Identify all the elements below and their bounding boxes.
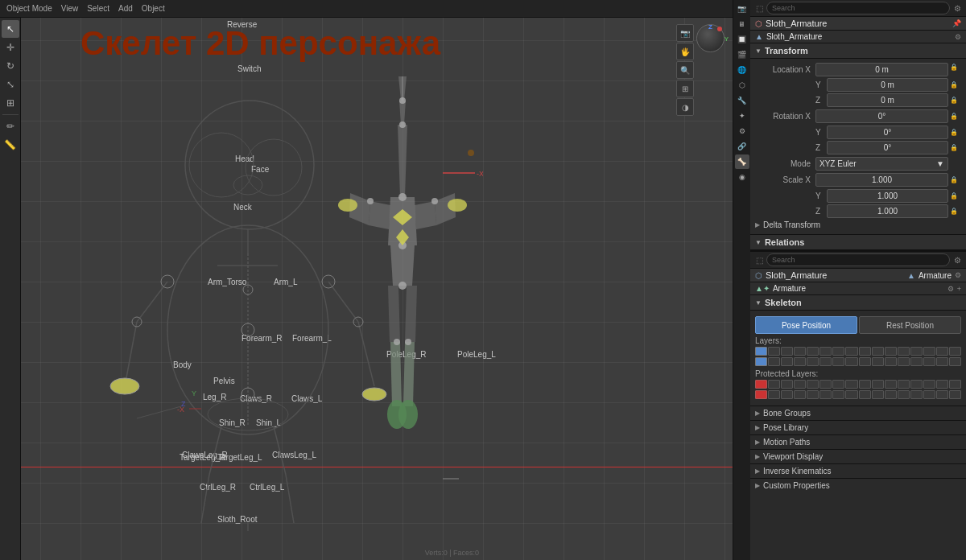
layer-cell-15[interactable] [936, 347, 948, 356]
location-z-value[interactable]: 0 m [827, 93, 948, 107]
physics-icon[interactable]: ⚙ [735, 124, 749, 138]
measure-tool-icon[interactable]: 📏 [2, 136, 19, 154]
viewport-object-menu[interactable]: Object [138, 4, 168, 13]
prot-layer-11[interactable] [885, 380, 897, 389]
prot-layer-8[interactable] [845, 380, 857, 389]
inverse-kinematics-item[interactable]: ▶ Inverse Kinematics [750, 463, 966, 478]
transform-tool-icon[interactable]: ⊞ [2, 94, 19, 112]
viewport-add-menu[interactable]: Add [115, 4, 136, 13]
pin-icon[interactable]: 📌 [952, 19, 961, 27]
layer-cell-r2-16[interactable] [949, 357, 961, 366]
delta-transform-row[interactable]: ▶ Delta Transform [755, 220, 961, 229]
layer-cell-10[interactable] [872, 347, 884, 356]
mode-dropdown[interactable]: XYZ Euler ▼ [815, 157, 948, 171]
nav-gizmo[interactable]: Z Y [696, 24, 724, 52]
layer-cell-r2-12[interactable] [898, 357, 910, 366]
prot-layer-12[interactable] [898, 380, 910, 389]
viewport[interactable]: Скелет 2D персонажа Object Mode View Sel… [0, 0, 733, 560]
layer-cell-r2-4[interactable] [794, 357, 806, 366]
settings-icon[interactable]: ⚙ [952, 2, 963, 14]
scale-x-value[interactable]: 1.000 [815, 173, 948, 187]
object-data-icon[interactable]: 🦴 [735, 154, 749, 169]
prot-layer-6[interactable] [819, 380, 832, 389]
settings-icon-2[interactable]: ⚙ [952, 254, 963, 266]
location-y-value[interactable]: 0 m [827, 78, 948, 92]
layer-cell-5[interactable] [807, 347, 819, 356]
prot-layer-7[interactable] [832, 380, 844, 389]
object-props-icon[interactable]: ⬡ [735, 78, 749, 93]
layer-cell-2[interactable] [768, 347, 780, 356]
shading-icon[interactable]: ◑ [676, 98, 694, 116]
hand-icon[interactable]: 🖐 [676, 43, 694, 60]
rotation-z-value[interactable]: 0° [827, 141, 948, 154]
prot-layer-10[interactable] [872, 380, 884, 389]
motion-paths-item[interactable]: ▶ Motion Paths [750, 434, 966, 449]
layer-cell-3[interactable] [781, 347, 793, 356]
scale-z-value[interactable]: 1.000 [827, 204, 948, 218]
layer-cell-16[interactable] [949, 347, 961, 356]
location-x-value[interactable]: 0 m [815, 63, 948, 76]
layer-cell-1-active[interactable] [755, 347, 767, 356]
prot-layer-14[interactable] [923, 380, 935, 389]
skeleton-section-header[interactable]: ▼ Skeleton [750, 295, 966, 311]
zoom-icon[interactable]: 🔍 [676, 61, 694, 79]
transform-section-header[interactable]: ▼ Transform [750, 43, 966, 59]
custom-properties-item[interactable]: ▶ Custom Properties [750, 478, 966, 492]
viewport-view-menu[interactable]: View [58, 4, 82, 13]
prot-layer-4[interactable] [794, 380, 806, 389]
scene-icon[interactable]: 🎬 [735, 47, 749, 62]
nav-sphere[interactable]: Z Y [696, 24, 724, 52]
layer-cell-r2-2[interactable] [768, 357, 780, 366]
armature-settings-icon[interactable]: ⚙ [947, 285, 954, 293]
grid-icon[interactable]: ⊞ [676, 80, 694, 97]
relations-pin-icon[interactable]: ⚙ [955, 271, 961, 279]
layer-cell-9[interactable] [859, 347, 871, 356]
viewport-display-item[interactable]: ▶ Viewport Display [750, 449, 966, 463]
constraints-icon[interactable]: 🔗 [735, 139, 749, 154]
layer-cell-r2-10[interactable] [872, 357, 884, 366]
layer-cell-6[interactable] [819, 347, 832, 356]
layer-cell-r2-13[interactable] [910, 357, 923, 366]
prot-layer-1-active[interactable] [755, 380, 767, 389]
pose-library-item[interactable]: ▶ Pose Library [750, 420, 966, 434]
layer-cell-r2-7[interactable] [832, 357, 844, 366]
obj-settings-icon[interactable]: ⚙ [955, 33, 961, 41]
layer-cell-r2-15[interactable] [936, 357, 948, 366]
prot-layer-16[interactable] [949, 380, 961, 389]
layer-cell-r2-5[interactable] [807, 357, 819, 366]
view-layer-icon[interactable]: 🔲 [735, 32, 749, 47]
layer-cell-r2-8[interactable] [845, 357, 857, 366]
render-icon[interactable]: 📷 [735, 2, 749, 16]
prot-layer-9[interactable] [859, 380, 871, 389]
output-icon[interactable]: 🖥 [735, 17, 749, 31]
relations-section-header[interactable]: ▼ Relations [750, 234, 966, 250]
prot-layer-13[interactable] [910, 380, 923, 389]
bone-groups-item[interactable]: ▶ Bone Groups [750, 406, 966, 420]
second-search-input[interactable]: Search [766, 253, 950, 266]
scale-y-value[interactable]: 1.000 [827, 189, 948, 203]
prot-layer-15[interactable] [936, 380, 948, 389]
layer-cell-r2-14[interactable] [923, 357, 935, 366]
particles-icon[interactable]: ✦ [735, 109, 749, 123]
camera-icon[interactable]: 📷 [676, 24, 694, 42]
armature-new-icon[interactable]: + [957, 285, 961, 293]
rotation-y-value[interactable]: 0° [827, 126, 948, 139]
rotate-tool-icon[interactable]: ↻ [2, 57, 19, 75]
layer-cell-4[interactable] [794, 347, 806, 356]
top-search-input[interactable]: Search [766, 2, 950, 14]
layer-cell-r2-11[interactable] [885, 357, 897, 366]
layer-cell-7[interactable] [832, 347, 844, 356]
layer-cell-11[interactable] [885, 347, 897, 356]
rotation-x-value[interactable]: 0° [815, 109, 948, 123]
layer-cell-12[interactable] [898, 347, 910, 356]
layer-cell-14[interactable] [923, 347, 935, 356]
world-icon[interactable]: 🌐 [735, 63, 749, 77]
scale-tool-icon[interactable]: ⤡ [2, 76, 19, 93]
layer-cell-r2-3[interactable] [781, 357, 793, 366]
layer-cell-r2-6[interactable] [819, 357, 832, 366]
layer-cell-13[interactable] [910, 347, 923, 356]
move-tool-icon[interactable]: ✛ [2, 39, 19, 56]
pose-position-btn[interactable]: Pose Position [755, 316, 857, 334]
cursor-tool-icon[interactable]: ↖ [2, 20, 19, 38]
rest-position-btn[interactable]: Rest Position [859, 316, 961, 334]
